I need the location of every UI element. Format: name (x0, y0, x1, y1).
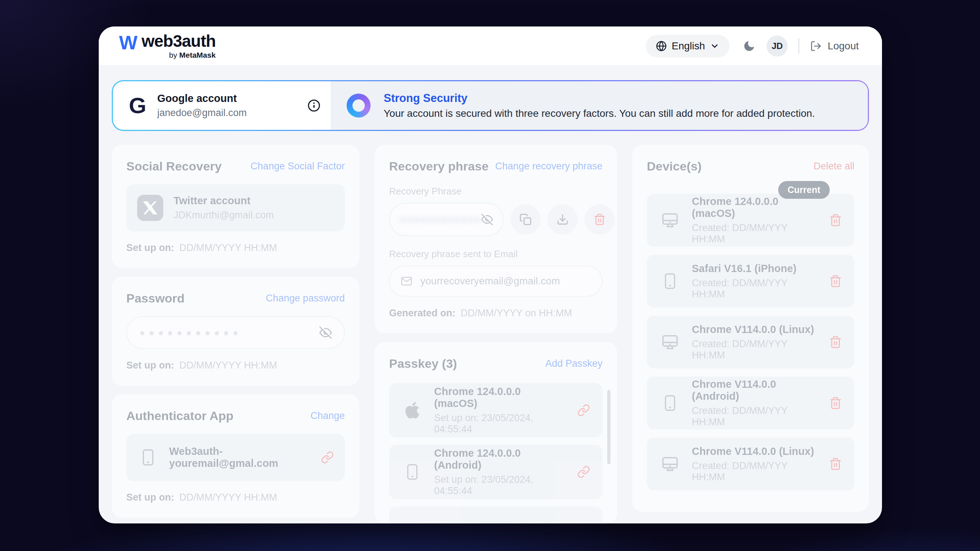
info-icon[interactable] (307, 99, 320, 112)
link-icon[interactable] (577, 465, 590, 478)
add-passkey-link[interactable]: Add Passkey (545, 358, 603, 369)
column-middle: Recovery phrase Change recovery phrase R… (375, 145, 617, 524)
avatar[interactable]: JD (767, 35, 788, 57)
social-recovery-title: Social Recovery (126, 159, 222, 173)
security-status-title: Strong Security (383, 92, 815, 105)
setup-value: DD/MM/YYYY HH:MM (179, 242, 277, 253)
avatar-initials: JD (772, 41, 783, 51)
password-field[interactable]: ●●●●●●●●●●● (126, 316, 345, 349)
dark-mode-toggle[interactable] (743, 40, 756, 52)
passkey-meta: Set up on: 23/05/2024, 04:55:44 (434, 413, 566, 435)
eye-off-icon[interactable] (481, 214, 493, 225)
account-info: Google account janedoe@gmail.com (157, 92, 247, 119)
recovery-email-value: yourrecoveryemail@gmail.com (420, 275, 560, 287)
desktop-icon (659, 333, 681, 351)
device-name: Chrome V114.0.0 (Linux) (692, 324, 818, 335)
passkey-meta: Set up on: 23/05/2024, 04:55:44 (434, 474, 566, 497)
copy-button[interactable] (510, 204, 541, 235)
setup-value: DD/MM/YYYY HH:MM (179, 360, 277, 371)
passkey-row: Chrome 124.0.0.0 (Android) Set up on: 23… (389, 445, 603, 499)
authenticator-row: Web3auth-youremail@gmal.com (126, 434, 345, 481)
social-setup-line: Set up on:DD/MM/YYYY HH:MM (126, 242, 345, 254)
password-title: Password (126, 291, 185, 305)
divider (799, 38, 799, 54)
phone-icon (401, 463, 423, 481)
recovery-email-field[interactable]: yourrecoveryemail@gmail.com (389, 265, 603, 297)
unlink-icon[interactable] (321, 451, 334, 464)
desktop-icon (659, 454, 681, 473)
passkey-row: Chrome 124.0.0.0 (macOS) Set up on: 23/0… (389, 383, 603, 437)
recovery-phrase-controls: ●●●●●●●●●●●● (389, 203, 603, 236)
change-social-factor-link[interactable]: Change Social Factor (250, 161, 345, 172)
language-label: English (672, 40, 705, 52)
column-right: Current Device(s) Delete all (632, 145, 869, 512)
device-meta: Created: DD/MM/YYY HH:MM (692, 405, 818, 428)
link-icon[interactable] (577, 404, 590, 417)
twitter-account-title: Twitter account (173, 195, 274, 207)
logout-button[interactable]: Logout (810, 40, 859, 52)
authenticator-email: Web3auth-youremail@gmal.com (169, 445, 311, 469)
scrollbar[interactable] (607, 390, 611, 464)
passkey-card: Passkey (3) Add Passkey Chrome 124.0.0.0… (375, 342, 617, 524)
delete-all-link[interactable]: Delete all (813, 161, 854, 172)
desktop-icon (659, 211, 681, 230)
recovery-phrase-card: Recovery phrase Change recovery phrase R… (375, 145, 617, 333)
web3auth-wordmark: web3auth by MetaMask (142, 33, 216, 59)
change-password-link[interactable]: Change password (266, 293, 345, 304)
device-name: Safari V16.1 (iPhone) (692, 263, 818, 275)
x-twitter-icon (137, 195, 163, 221)
change-authenticator-link[interactable]: Change (310, 410, 345, 421)
trash-icon[interactable] (829, 397, 842, 410)
delete-phrase-button[interactable] (584, 204, 615, 235)
phone-icon (659, 394, 681, 412)
eye-off-icon[interactable] (320, 327, 332, 339)
trash-icon[interactable] (829, 214, 842, 227)
security-level-donut-icon (347, 94, 371, 118)
apple-icon (401, 401, 423, 420)
byline-brand: MetaMask (179, 51, 216, 59)
device-meta: Created: DD/MM/YYY HH:MM (692, 222, 818, 245)
twitter-account-email: JDKmurthi@gmail.com (173, 210, 274, 221)
passkey-name: Chrome 124.0.0.0 (macOS) (434, 386, 566, 410)
device-name: Chrome V114.0.0 (Linux) (692, 445, 818, 457)
device-row: Chrome V114.0.0 (Linux) Created: DD/MM/Y… (647, 437, 854, 491)
generated-value: DD/MM/YYYY on HH:MM (461, 308, 572, 319)
google-icon: G (129, 94, 146, 117)
logout-label: Logout (827, 40, 859, 52)
current-device-badge: Current (778, 181, 830, 199)
device-row: Chrome V114.0.0 (Linux) Created: DD/MM/Y… (647, 316, 854, 368)
passkey-title: Passkey (3) (389, 357, 457, 371)
device-row: Chrome V114.0.0 (Android) Created: DD/MM… (647, 376, 854, 429)
trash-icon[interactable] (829, 335, 842, 349)
trash-icon[interactable] (829, 457, 842, 470)
account-title: Google account (157, 92, 247, 105)
account-email: janedoe@gmail.com (157, 107, 247, 119)
language-selector[interactable]: English (646, 35, 730, 57)
authenticator-setup-line: Set up on:DD/MM/YYYY HH:MM (126, 492, 345, 503)
phone-icon (659, 272, 681, 290)
web3auth-logo-icon: W (119, 33, 137, 52)
change-recovery-phrase-link[interactable]: Change recovery phrase (495, 161, 603, 172)
generated-label: Generated on: (389, 308, 455, 319)
moon-icon (743, 40, 756, 52)
device-row: Chrome 124.0.0.0 (macOS) Created: DD/MM/… (647, 194, 854, 247)
envelope-icon (401, 275, 412, 287)
phone-icon (137, 448, 159, 467)
brand-name: web3auth (142, 33, 216, 49)
passkey-row: Rome 24.456.355.98 (389, 507, 603, 524)
download-icon (557, 213, 569, 225)
setup-value: DD/MM/YYYY HH:MM (179, 492, 277, 503)
device-meta: Created: DD/MM/YYY HH:MM (692, 278, 818, 300)
device-name: Chrome 124.0.0.0 (macOS) (692, 195, 818, 219)
recovery-phrase-masked-value: ●●●●●●●●●●●● (400, 214, 481, 225)
trash-icon[interactable] (829, 275, 842, 287)
generated-line: Generated on:DD/MM/YYYY on HH:MM (389, 308, 603, 319)
logout-icon (810, 40, 822, 52)
brand-byline: by MetaMask (169, 51, 216, 59)
recovery-phrase-field[interactable]: ●●●●●●●●●●●● (389, 203, 504, 236)
web3auth-logo: W web3auth by MetaMask (119, 33, 216, 59)
security-status-description: Your account is secured with three recov… (383, 108, 815, 119)
download-button[interactable] (547, 204, 578, 235)
top-bar-controls: English JD Logout (646, 35, 859, 57)
device-meta: Created: DD/MM/YYY HH:MM (692, 338, 818, 361)
